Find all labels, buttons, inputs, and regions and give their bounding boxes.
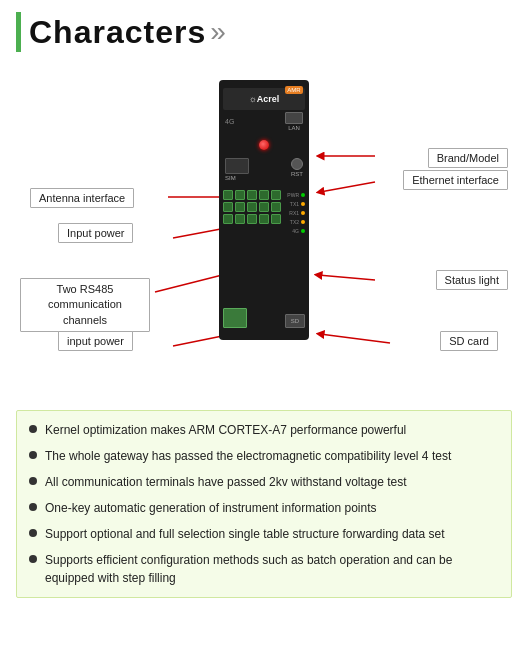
device-status-lights: PWR TX1 RX1 TX2 4G [287,192,305,234]
annotation-status-light: Status light [436,270,508,290]
feature-bullet [29,503,37,511]
status-light-row: PWR [287,192,305,198]
page-title: Characters [29,14,206,51]
terminal-pin [223,190,233,200]
terminal-pin [247,202,257,212]
lan-port-connector [285,112,303,124]
feature-text: Supports efficient configuration methods… [45,551,499,587]
terminal-pin [235,190,245,200]
feature-item: Supports efficient configuration methods… [29,551,499,587]
feature-text: All communication terminals have passed … [45,473,407,491]
feature-bullet [29,477,37,485]
rst-label: RST [291,171,303,177]
terminal-pin [235,214,245,224]
rst-button [291,158,303,170]
diagram-section: ☼Acrel AMR 4G LAN SIM RST [0,60,528,400]
status-label: PWR [287,192,299,198]
header-arrow-icon: » [210,16,226,48]
terminal-pin [271,190,281,200]
status-dot-pwr [301,193,305,197]
device-rst-button: RST [291,158,303,177]
device-badge: AMR [285,86,303,94]
sd-card-slot: SD [285,314,305,328]
feature-text: One-key automatic generation of instrume… [45,499,377,517]
svg-line-1 [320,182,375,192]
device-bottom-area: SD [223,308,305,328]
status-dot-tx2 [301,220,305,224]
terminal-pin [259,190,269,200]
page-header: Characters » [0,0,528,60]
status-light-row: TX1 [290,201,305,207]
svg-line-7 [320,334,390,343]
feature-text: Kernel optimization makes ARM CORTEX-A7 … [45,421,406,439]
device-led [259,140,269,150]
sd-label: SD [291,318,299,324]
svg-line-5 [318,275,375,280]
device-body: ☼Acrel AMR 4G LAN SIM RST [219,80,309,340]
status-dot-tx1 [301,202,305,206]
sim-slot-label: SIM [225,175,236,181]
device-brand-logo: ☼Acrel [249,94,280,104]
feature-bullet [29,555,37,563]
feature-item: The whole gateway has passed the electro… [29,447,499,465]
status-label: 4G [292,228,299,234]
terminal-pin [223,214,233,224]
annotation-ethernet: Ethernet interface [403,170,508,190]
annotation-rs485: Two RS485 communication channels [20,278,150,332]
feature-text: Support optional and full selection sing… [45,525,445,543]
device-4g-label: 4G [225,118,234,125]
feature-item: Kernel optimization makes ARM CORTEX-A7 … [29,421,499,439]
terminal-pin [247,190,257,200]
terminal-pin [247,214,257,224]
status-dot-rx1 [301,211,305,215]
power-connector [223,308,247,328]
features-section: Kernel optimization makes ARM CORTEX-A7 … [16,410,512,598]
device-diagram: ☼Acrel AMR 4G LAN SIM RST [219,80,309,340]
annotation-input-power-top: Input power [58,223,133,243]
annotation-sd-card: SD card [440,331,498,351]
annotation-brand-model: Brand/Model [428,148,508,168]
feature-item: Support optional and full selection sing… [29,525,499,543]
terminal-pin [259,214,269,224]
device-sim-slot: SIM [225,158,249,181]
status-light-row: TX2 [290,219,305,225]
feature-bullet [29,529,37,537]
feature-item: One-key automatic generation of instrume… [29,499,499,517]
terminal-pin [271,214,281,224]
device-lan-port: LAN [285,112,303,131]
status-label: TX1 [290,201,299,207]
terminal-pin [259,202,269,212]
terminal-pin [235,202,245,212]
feature-bullet [29,425,37,433]
terminal-pin [271,202,281,212]
feature-text: The whole gateway has passed the electro… [45,447,451,465]
annotation-antenna: Antenna interface [30,188,134,208]
status-light-row: 4G [292,228,305,234]
feature-item: All communication terminals have passed … [29,473,499,491]
status-light-row: RX1 [289,210,305,216]
annotation-input-power-bottom: input power [58,331,133,351]
sim-slot-connector [225,158,249,174]
feature-bullet [29,451,37,459]
terminal-pin [223,202,233,212]
status-label: TX2 [290,219,299,225]
header-accent-bar [16,12,21,52]
lan-port-label: LAN [288,125,300,131]
status-label: RX1 [289,210,299,216]
status-dot-4g [301,229,305,233]
